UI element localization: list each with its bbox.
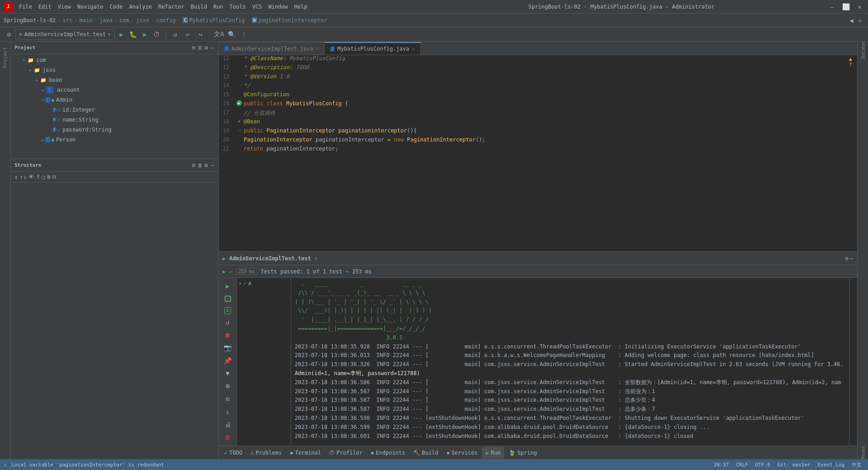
run-play-btn[interactable]: ▶	[222, 268, 226, 275]
menu-window[interactable]: Window	[265, 3, 290, 11]
menu-refactor[interactable]: Refactor	[156, 3, 187, 11]
run-tree-root[interactable]: ▾ ✓ A	[239, 280, 289, 287]
profile-btn[interactable]: ⏱	[151, 29, 162, 40]
forward-btn[interactable]: ▶	[857, 16, 864, 25]
breadcrumb-project[interactable]: SpringBoot-ls-02	[4, 17, 56, 24]
run-minimize-btn[interactable]: —	[850, 255, 854, 262]
tab-adminserviceimpltest[interactable]: J AdminServiceImplTest.java ✕	[219, 42, 325, 55]
status-event-log[interactable]: Event Log	[815, 462, 847, 468]
status-warning-text[interactable]: Local variable 'paginationInterceptor' i…	[9, 462, 167, 468]
project-vert-tab[interactable]: Project	[0, 43, 10, 71]
code-view[interactable]: 11 * @ClassName: MybatisPlusConfig 12 * …	[219, 55, 857, 251]
update-btn[interactable]: ↺	[170, 29, 180, 40]
run-bar-check-btn[interactable]: ✓	[222, 294, 234, 303]
breadcrumb-class[interactable]: C MybatisPlusConfig	[183, 17, 245, 24]
bt-terminal[interactable]: ▪ Terminal	[286, 447, 325, 459]
tab-close-2[interactable]: ✕	[412, 46, 415, 52]
menu-analyze[interactable]: Analyze	[126, 3, 155, 11]
bt-todo[interactable]: ✓ TODO	[221, 447, 246, 459]
run-bar-collapse-btn[interactable]: ⊟	[222, 395, 234, 404]
status-encoding[interactable]: UTF-8	[752, 462, 773, 468]
rs-database-btn[interactable]: Database	[859, 43, 868, 52]
run-tab-config[interactable]: AdminServiceImplTest.test	[229, 255, 311, 262]
struct-expand2-btn[interactable]: ⊞	[47, 174, 51, 180]
bt-services[interactable]: ▪ Services	[443, 447, 481, 459]
run-tab-close[interactable]: ✕	[315, 255, 318, 262]
run-config-dropdown[interactable]: ▶ AdminServiceImplTest.test ▾	[15, 29, 115, 40]
bt-problems[interactable]: ⚠ Problems	[247, 447, 285, 459]
tree-item-account[interactable]: ▸ C account	[11, 85, 218, 95]
tab-mybatisplusconfig[interactable]: J MybatisPlusConfig.java ✕	[325, 42, 421, 55]
run-bar-filter-btn[interactable]: ▼	[222, 369, 234, 378]
menu-edit[interactable]: Edit	[36, 3, 54, 11]
bt-profiler[interactable]: ⏱ Profiler	[326, 447, 366, 459]
search-btn[interactable]: 🔍	[226, 29, 237, 40]
back-btn[interactable]: ◀	[848, 16, 855, 25]
tree-item-bean[interactable]: ▾ 📁 bean	[11, 75, 218, 85]
status-git[interactable]: Git: master	[775, 462, 813, 468]
tree-item-com[interactable]: ▾ 📁 com	[11, 55, 218, 65]
run-bar-print-btn[interactable]: 🖨	[222, 420, 234, 429]
status-crlf[interactable]: CRLF	[733, 462, 751, 468]
more-btn[interactable]: ⋮	[239, 29, 250, 40]
struct-circle-btn[interactable]: ○	[42, 174, 45, 180]
run-bar-pin-btn[interactable]: 📌	[222, 356, 234, 365]
breadcrumb-src[interactable]: src	[63, 17, 73, 24]
struct-collapse2-btn[interactable]: ⊟	[52, 174, 56, 180]
toolbar-settings-btn[interactable]: ⚙	[4, 29, 14, 40]
settings-btn[interactable]: ⚙	[204, 44, 208, 52]
struct-expand-btn[interactable]: ≡	[192, 161, 196, 169]
collapse-all-btn[interactable]: ≣	[198, 44, 203, 52]
menu-help[interactable]: Help	[292, 3, 310, 11]
tree-item-password[interactable]: f ○ password:String	[11, 125, 218, 135]
struct-settings-btn[interactable]: ⚙	[204, 161, 208, 169]
run-bar-export-btn[interactable]: ↓	[222, 407, 234, 416]
struct-sort-type-btn[interactable]: ↑↓	[20, 174, 27, 180]
run-bar-expand-btn[interactable]: ⊞	[222, 381, 234, 390]
run-btn[interactable]: ▶	[116, 29, 127, 40]
tree-item-admin[interactable]: ▾ C ● Admin	[11, 95, 218, 105]
run-settings-btn[interactable]: ⚙	[845, 255, 849, 262]
close-btn[interactable]: ✕	[855, 3, 864, 10]
run-coverage-btn[interactable]: ▶	[139, 29, 150, 40]
tree-item-jsxs[interactable]: ▾ 📁 jsxs	[11, 65, 218, 75]
struct-collapse-btn[interactable]: ≣	[198, 161, 203, 169]
run-bar-reload-btn[interactable]: ↺	[222, 318, 234, 327]
run-bar-play-btn[interactable]: ▶	[222, 282, 234, 291]
status-position[interactable]: 20:37	[711, 462, 731, 468]
menu-build[interactable]: Build	[188, 3, 210, 11]
maximize-btn[interactable]: ⬜	[840, 3, 853, 10]
menu-file[interactable]: File	[16, 3, 35, 11]
struct-close-btn[interactable]: —	[210, 161, 215, 169]
bt-build[interactable]: 🔨 Build	[410, 447, 442, 459]
breadcrumb-main[interactable]: main	[80, 17, 93, 24]
undo-btn[interactable]: ↩	[182, 29, 193, 40]
run-bar-delete-btn[interactable]: 🗑	[222, 433, 234, 442]
run-bar-cam-btn[interactable]: 📷	[222, 343, 234, 352]
menu-tools[interactable]: Tools	[227, 3, 249, 11]
struct-show-fields-btn[interactable]: f	[36, 174, 40, 180]
struct-show-inherited-btn[interactable]: 👁	[28, 174, 34, 180]
breadcrumb-method[interactable]: m paginationinterceptor	[252, 17, 327, 24]
breadcrumb-jsxs[interactable]: jsxs	[136, 17, 149, 24]
bt-spring[interactable]: 🍃 Spring	[505, 447, 540, 459]
breadcrumb-java[interactable]: java	[99, 17, 113, 24]
translate-btn[interactable]: 文A	[213, 29, 224, 40]
menu-navigate[interactable]: Navigate	[75, 3, 106, 11]
bt-endpoints[interactable]: ▪ Endpoints	[367, 447, 409, 459]
struct-sort-alpha-btn[interactable]: ↕	[14, 174, 18, 180]
menu-run[interactable]: Run	[211, 3, 226, 11]
debug-btn[interactable]: 🐛	[127, 29, 138, 40]
run-content[interactable]: . ____ _ __ _ _ /\\ / ___'_ __ _ _(_)_ _…	[291, 278, 849, 446]
minimize-btn[interactable]: —	[827, 3, 836, 10]
run-bar-a-btn[interactable]: A	[224, 307, 231, 314]
tab-close-1[interactable]: ✕	[316, 46, 319, 52]
expand-all-btn[interactable]: ≡	[192, 44, 196, 52]
breadcrumb-com[interactable]: com	[119, 17, 129, 24]
run-bar-stop-btn[interactable]: ■	[222, 330, 234, 339]
tree-item-name[interactable]: f ○ name:String	[11, 115, 218, 125]
breadcrumb-config[interactable]: config	[156, 17, 175, 24]
close-panel-btn[interactable]: —	[210, 44, 215, 52]
tree-item-person[interactable]: ▸ C ● Person	[11, 135, 218, 145]
menu-vcs[interactable]: VCS	[250, 3, 265, 11]
